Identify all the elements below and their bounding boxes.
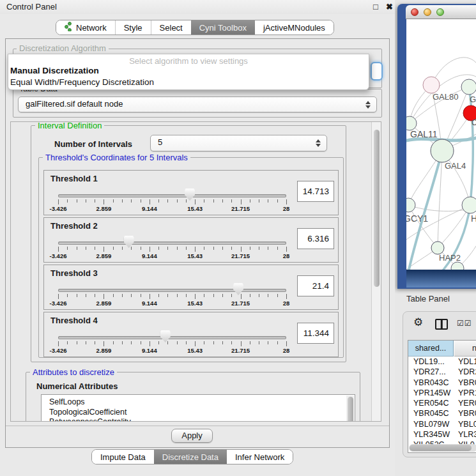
dropdown-option-equal-width[interactable]: Equal Width/Frequency Discretization — [8, 77, 369, 88]
network-edge-highlighted[interactable] — [469, 87, 473, 205]
algorithm-combo-focused-fragment[interactable] — [371, 62, 383, 81]
zoom-traffic-light[interactable] — [436, 8, 444, 16]
slider-tick-label: -3.426 — [39, 347, 77, 354]
network-node-label: HAP2 — [439, 253, 461, 263]
threshold-3-value-field[interactable]: 21.4 — [297, 275, 334, 296]
cell-name[interactable]: YDL1 — [458, 357, 476, 366]
slider-tick-label: 21.715 — [222, 347, 260, 354]
network-node[interactable] — [431, 139, 454, 162]
slider-tick — [104, 247, 104, 252]
select-columns-icon[interactable]: ☑☑ — [457, 319, 472, 328]
table-row[interactable]: YPR145WYPR1 — [408, 388, 476, 399]
threshold-4-value-field[interactable]: 11.344 — [297, 323, 334, 344]
slider-tick — [150, 341, 150, 346]
table-horizontal-scrollbar-thumb[interactable] — [410, 445, 472, 451]
tab-style[interactable]: Style — [115, 20, 151, 35]
cell-name[interactable]: YBL0 — [458, 420, 476, 429]
cell-shared-name[interactable]: YDR27... — [413, 367, 446, 376]
tab-impute-data[interactable]: Impute Data — [92, 450, 154, 464]
column-header-name[interactable]: n — [454, 341, 476, 357]
tab-select[interactable]: Select — [151, 20, 191, 35]
numerical-attributes-label: Numerical Attributes — [36, 381, 118, 391]
cell-name[interactable]: YPR1 — [458, 388, 476, 397]
slider-tick — [113, 294, 114, 297]
tab-cyni-toolbox[interactable]: Cyni Toolbox — [191, 20, 255, 35]
minimize-traffic-light[interactable] — [424, 8, 431, 16]
float-window-icon[interactable]: □ — [373, 2, 378, 12]
slider-tick-label: -3.426 — [39, 252, 77, 259]
attribute-list-item[interactable]: TopologicalCoefficient — [42, 408, 355, 418]
network-node[interactable] — [406, 198, 415, 212]
network-window-bottom-frame — [406, 270, 476, 288]
table-row[interactable]: YBR045CYBR0 — [408, 409, 476, 419]
attribute-list-item[interactable]: SelfLoops — [42, 397, 355, 408]
slider-thumb[interactable] — [233, 283, 243, 295]
network-edge[interactable] — [408, 205, 438, 248]
column-layout-icon[interactable] — [435, 319, 448, 330]
slider-thumb[interactable] — [124, 236, 134, 248]
slider-tick-label: 21.715 — [222, 300, 260, 307]
cell-shared-name[interactable]: YDL19... — [413, 357, 445, 366]
dropdown-option-manual[interactable]: Manual Discretization — [8, 65, 369, 77]
table-row[interactable]: YBR043CYBR0 — [408, 378, 476, 388]
tab-discretize-data[interactable]: Discretize Data — [154, 450, 227, 464]
network-node[interactable] — [462, 197, 476, 213]
tab-infer-network[interactable]: Infer Network — [227, 450, 293, 464]
network-node[interactable] — [423, 77, 440, 93]
close-traffic-light[interactable] — [411, 8, 418, 16]
threshold-1-slider[interactable]: -3.4262.8599.14415.4321.71528 — [44, 171, 338, 215]
slider-thumb[interactable] — [160, 330, 171, 342]
cell-name[interactable]: YDR2 — [458, 367, 476, 376]
table-data-combo-value: galFiltered.sif default node — [26, 99, 123, 109]
tab-jactivemnodules[interactable]: jActiveMNodules — [255, 20, 334, 35]
cell-shared-name[interactable]: YBR043C — [413, 378, 449, 387]
network-node[interactable] — [461, 79, 476, 95]
threshold-2-slider[interactable]: -3.4262.8599.14415.4321.71528 — [44, 218, 338, 262]
cell-shared-name[interactable]: YLR345W — [413, 430, 450, 439]
table-row[interactable]: YDL19...YDL1 — [408, 357, 476, 367]
slider-tick — [131, 294, 132, 297]
table-horizontal-scrollbar[interactable] — [409, 444, 476, 452]
table-row[interactable]: YBL079WYBL0 — [408, 420, 476, 430]
slider-tick — [158, 247, 159, 250]
attributes-scrollbar-thumb[interactable] — [348, 397, 353, 422]
cell-shared-name[interactable]: YBR045C — [413, 409, 449, 418]
slider-tick-label: 2.859 — [84, 205, 123, 212]
attributes-scrollbar[interactable] — [346, 395, 354, 422]
gear-icon[interactable]: ⚙ — [413, 317, 423, 328]
cell-shared-name[interactable]: YER054C — [413, 399, 449, 408]
cell-name[interactable]: YBR0 — [458, 378, 476, 387]
slider-tick — [141, 247, 141, 250]
cell-shared-name[interactable]: YPR145W — [413, 388, 450, 397]
slider-tick — [104, 294, 104, 299]
table-row[interactable]: YER054CYER0 — [408, 399, 476, 409]
threshold-1-value-field[interactable]: 14.713 — [297, 181, 334, 202]
settings-scrollbar-thumb[interactable] — [374, 130, 380, 287]
node-attribute-table[interactable]: shared... n YDL19...YDL1YDR27...YDR2YBR0… — [408, 340, 476, 453]
attribute-list-item[interactable]: BetweennessCentrality — [42, 417, 355, 422]
settings-scrollbar[interactable] — [371, 122, 381, 421]
cell-name[interactable]: YER0 — [458, 399, 476, 408]
close-icon[interactable]: ✖ — [386, 2, 393, 12]
network-canvas[interactable]: GAL80GACGAL11GAL4GCY1HHAP2 — [406, 19, 476, 270]
number-of-intervals-combo[interactable]: 5 — [150, 135, 327, 151]
slider-tick — [95, 247, 95, 250]
cell-name[interactable]: YBR0 — [458, 409, 476, 418]
table-row[interactable]: YDR27...YDR2 — [408, 367, 476, 378]
threshold-2-value-field[interactable]: 6.316 — [297, 228, 334, 249]
column-header-shared-name[interactable]: shared... — [408, 341, 454, 357]
network-node[interactable] — [431, 242, 444, 254]
apply-button[interactable]: Apply — [171, 429, 213, 443]
table-data-combo[interactable]: galFiltered.sif default node — [18, 96, 377, 112]
tab-network[interactable]: Network — [56, 20, 115, 35]
cell-shared-name[interactable]: YBL079W — [413, 420, 449, 429]
slider-tick-label: 15.43 — [176, 205, 214, 212]
threshold-4-slider[interactable]: -3.4262.8599.14415.4321.71528 — [44, 312, 338, 357]
number-of-intervals-label: Number of Intervals — [54, 139, 132, 149]
table-row[interactable]: YLR345WYLR3 — [408, 430, 476, 440]
network-window-titlebar[interactable] — [406, 5, 476, 19]
numerical-attributes-list[interactable]: SelfLoopsTopologicalCoefficientBetweenne… — [41, 394, 355, 422]
cell-name[interactable]: YLR3 — [458, 430, 476, 439]
slider-tick — [241, 294, 242, 299]
threshold-3-slider[interactable]: -3.4262.8599.14415.4321.71528 — [44, 265, 338, 309]
